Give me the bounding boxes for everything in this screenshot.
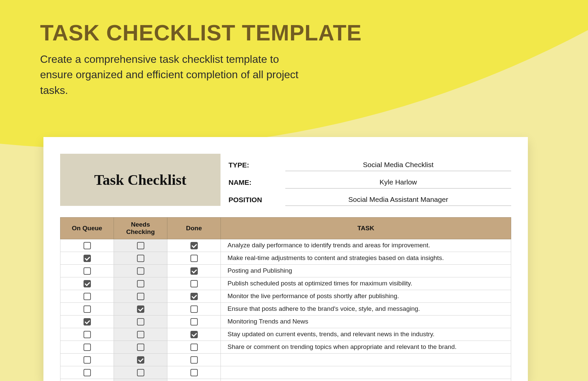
meta-type-value[interactable]: Social Media Checklist bbox=[285, 161, 511, 171]
checkbox-check[interactable] bbox=[137, 331, 144, 338]
checkbox-check[interactable] bbox=[137, 305, 144, 313]
cell-task[interactable]: Publish scheduled posts at optimized tim… bbox=[221, 277, 511, 290]
checkbox-queue[interactable] bbox=[84, 344, 91, 351]
cell-queue bbox=[60, 264, 114, 277]
cell-queue bbox=[60, 290, 114, 302]
cell-done bbox=[167, 379, 221, 381]
checkbox-done[interactable] bbox=[190, 331, 198, 338]
cell-queue bbox=[60, 277, 114, 290]
checkbox-done[interactable] bbox=[190, 305, 198, 313]
cell-check bbox=[114, 353, 167, 366]
checkbox-done[interactable] bbox=[190, 356, 198, 364]
document-title: Task Checklist bbox=[60, 154, 220, 206]
page-title: TASK CHECKLIST TEMPLATE bbox=[40, 20, 362, 45]
cell-queue bbox=[60, 366, 114, 379]
checkbox-queue[interactable] bbox=[84, 280, 91, 287]
cell-queue bbox=[60, 341, 114, 353]
cell-check bbox=[114, 315, 167, 328]
checkbox-done[interactable] bbox=[190, 280, 198, 287]
cell-task[interactable]: Monitoring Trends and News bbox=[221, 315, 511, 328]
meta-row-name: NAME: Kyle Harlow bbox=[229, 171, 511, 188]
meta-type-label: TYPE: bbox=[229, 161, 285, 171]
col-header-queue: On Queue bbox=[60, 218, 114, 239]
task-table-wrap: On Queue Needs Checking Done TASK Analyz… bbox=[60, 217, 511, 381]
meta-name-value[interactable]: Kyle Harlow bbox=[285, 178, 511, 188]
cell-queue bbox=[60, 302, 114, 315]
cell-check bbox=[114, 277, 167, 290]
col-header-task: TASK bbox=[221, 218, 511, 239]
checkbox-queue[interactable] bbox=[84, 267, 91, 275]
checkbox-done[interactable] bbox=[190, 293, 198, 300]
cell-done bbox=[167, 239, 221, 252]
checkbox-queue[interactable] bbox=[84, 356, 91, 364]
cell-queue bbox=[60, 353, 114, 366]
table-row: Ensure that posts adhere to the brand's … bbox=[60, 302, 511, 315]
checkbox-queue[interactable] bbox=[84, 242, 91, 249]
cell-check bbox=[114, 290, 167, 302]
cell-task[interactable]: Ensure that posts adhere to the brand's … bbox=[221, 302, 511, 315]
table-row: Make real-time adjustments to content an… bbox=[60, 252, 511, 264]
cell-done bbox=[167, 366, 221, 379]
meta-position-value[interactable]: Social Media Assistant Manager bbox=[285, 196, 511, 206]
checkbox-check[interactable] bbox=[137, 280, 144, 287]
checkbox-check[interactable] bbox=[137, 318, 144, 326]
table-row: Stay updated on current events, trends, … bbox=[60, 328, 511, 341]
cell-task[interactable]: Posting and Publishing bbox=[221, 264, 511, 277]
checkbox-check[interactable] bbox=[137, 356, 144, 364]
checkbox-queue[interactable] bbox=[84, 318, 91, 326]
table-row: Share or comment on trending topics when… bbox=[60, 341, 511, 353]
cell-queue bbox=[60, 315, 114, 328]
cell-queue bbox=[60, 252, 114, 264]
checkbox-done[interactable] bbox=[190, 255, 198, 262]
cell-task[interactable]: Make real-time adjustments to content an… bbox=[221, 252, 511, 264]
col-header-check: Needs Checking bbox=[114, 218, 167, 239]
cell-check bbox=[114, 379, 167, 381]
col-header-done: Done bbox=[167, 218, 221, 239]
table-row: Publish scheduled posts at optimized tim… bbox=[60, 277, 511, 290]
checkbox-check[interactable] bbox=[137, 344, 144, 351]
checkbox-check[interactable] bbox=[137, 267, 144, 275]
checkbox-queue[interactable] bbox=[84, 255, 91, 262]
table-row: Monitor the live performance of posts sh… bbox=[60, 290, 511, 302]
cell-check bbox=[114, 302, 167, 315]
cell-done bbox=[167, 252, 221, 264]
checkbox-queue[interactable] bbox=[84, 293, 91, 300]
cell-task[interactable] bbox=[221, 366, 511, 379]
cell-check bbox=[114, 264, 167, 277]
checkbox-queue[interactable] bbox=[84, 369, 91, 376]
checkbox-check[interactable] bbox=[137, 369, 144, 376]
checkbox-done[interactable] bbox=[190, 344, 198, 351]
cell-done bbox=[167, 328, 221, 341]
table-row bbox=[60, 353, 511, 366]
document-meta: TYPE: Social Media Checklist NAME: Kyle … bbox=[229, 154, 511, 206]
cell-check bbox=[114, 252, 167, 264]
table-row: Posting and Publishing bbox=[60, 264, 511, 277]
checkbox-done[interactable] bbox=[190, 318, 198, 326]
checkbox-done[interactable] bbox=[190, 369, 198, 376]
cell-done bbox=[167, 290, 221, 302]
cell-queue bbox=[60, 239, 114, 252]
checkbox-check[interactable] bbox=[137, 293, 144, 300]
checkbox-queue[interactable] bbox=[84, 331, 91, 338]
cell-task[interactable] bbox=[221, 379, 511, 381]
cell-done bbox=[167, 277, 221, 290]
cell-task[interactable] bbox=[221, 353, 511, 366]
cell-done bbox=[167, 302, 221, 315]
checkbox-queue[interactable] bbox=[84, 305, 91, 313]
cell-check bbox=[114, 328, 167, 341]
cell-queue bbox=[60, 328, 114, 341]
checkbox-check[interactable] bbox=[137, 242, 144, 249]
meta-position-label: POSITION bbox=[229, 196, 285, 206]
cell-task[interactable]: Share or comment on trending topics when… bbox=[221, 341, 511, 353]
checkbox-done[interactable] bbox=[190, 267, 198, 275]
cell-done bbox=[167, 341, 221, 353]
checkbox-check[interactable] bbox=[137, 255, 144, 262]
checkbox-done[interactable] bbox=[190, 242, 198, 249]
cell-done bbox=[167, 315, 221, 328]
cell-task[interactable]: Monitor the live performance of posts sh… bbox=[221, 290, 511, 302]
table-row: Monitoring Trends and News bbox=[60, 315, 511, 328]
table-row bbox=[60, 366, 511, 379]
cell-task[interactable]: Analyze daily performance to identify tr… bbox=[221, 239, 511, 252]
cell-task[interactable]: Stay updated on current events, trends, … bbox=[221, 328, 511, 341]
meta-row-type: TYPE: Social Media Checklist bbox=[229, 154, 511, 171]
